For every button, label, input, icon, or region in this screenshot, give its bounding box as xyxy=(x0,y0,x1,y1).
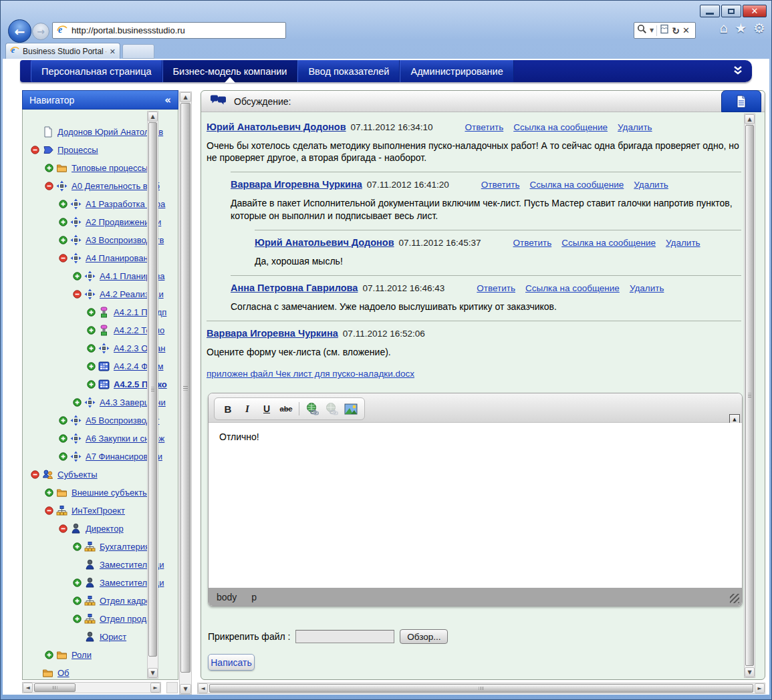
scroll-left-icon[interactable]: ◄ xyxy=(198,683,208,693)
message-author-link[interactable]: Варвара Игоревна Чуркина xyxy=(207,328,338,339)
refresh-icon[interactable]: ↻ xyxy=(672,25,680,36)
scroll-right-icon[interactable]: ► xyxy=(150,683,160,693)
url-text[interactable]: http://portal.businessstudio.ru xyxy=(72,25,185,35)
expand-plus-icon[interactable] xyxy=(73,398,82,407)
remove-link-button[interactable] xyxy=(323,400,340,417)
scroll-up-icon[interactable]: ▲ xyxy=(180,92,191,102)
tree-item-label[interactable]: Субъекты xyxy=(57,470,98,480)
delete-link[interactable]: Удалить xyxy=(618,122,652,132)
tree-item-label[interactable]: Бухгалтерия xyxy=(100,542,150,552)
expand-plus-icon[interactable] xyxy=(87,326,96,335)
insert-link-button[interactable] xyxy=(303,400,321,417)
back-button[interactable]: ← xyxy=(8,19,31,43)
message-author-link[interactable]: Юрий Анатольевич Додонов xyxy=(255,237,394,248)
message-author-link[interactable]: Анна Петровна Гаврилова xyxy=(231,283,358,293)
underline-button[interactable]: U xyxy=(258,400,275,417)
editor-textarea[interactable]: Отлично! xyxy=(209,423,742,588)
stop-icon[interactable]: ✕ xyxy=(682,25,690,35)
delete-link[interactable]: Удалить xyxy=(630,283,664,293)
tree-item-label[interactable]: А4.2.1 Предп xyxy=(114,307,166,317)
expand-plus-icon[interactable] xyxy=(59,452,68,461)
message-permalink-link[interactable]: Ссылка на сообщение xyxy=(529,180,624,190)
search-icon[interactable] xyxy=(637,24,647,37)
expand-plus-icon[interactable] xyxy=(73,596,82,605)
message-permalink-link[interactable]: Ссылка на сообщение xyxy=(525,283,620,293)
expand-plus-icon[interactable] xyxy=(87,344,96,353)
expand-plus-icon[interactable] xyxy=(87,362,96,371)
message-permalink-link[interactable]: Ссылка на сообщение xyxy=(513,122,608,132)
scrollbar-thumb[interactable] xyxy=(180,103,190,673)
expand-plus-icon[interactable] xyxy=(73,578,82,587)
menu-item[interactable]: Ввод показателей xyxy=(297,60,400,82)
expand-plus-icon[interactable] xyxy=(45,488,53,497)
reply-link[interactable]: Ответить xyxy=(477,283,515,293)
expand-plus-icon[interactable] xyxy=(87,380,96,389)
browser-tab[interactable]: e Business Studio Portal - по... ✕ xyxy=(5,43,120,59)
message-author-link[interactable]: Варвара Игоревна Чуркина xyxy=(231,179,362,190)
attachment-link[interactable]: приложен файл Чек лист для пуско-наладки… xyxy=(207,369,414,379)
scroll-up-icon[interactable]: ▲ xyxy=(745,114,755,124)
scroll-left-icon[interactable]: ◄ xyxy=(23,683,33,693)
strikethrough-button[interactable]: abe xyxy=(277,400,295,417)
expand-plus-icon[interactable] xyxy=(45,164,53,172)
expand-plus-icon[interactable] xyxy=(73,615,82,623)
scroll-up-icon[interactable]: ▲ xyxy=(148,112,158,122)
navigator-horizontal-scrollbar[interactable]: ◄ ► xyxy=(22,682,161,693)
menu-overflow-chevron-icon[interactable] xyxy=(733,65,743,78)
delete-link[interactable]: Удалить xyxy=(634,180,668,190)
status-path-body[interactable]: body xyxy=(217,592,237,602)
compatibility-view-icon[interactable] xyxy=(660,24,669,37)
collapse-minus-icon[interactable] xyxy=(73,290,82,299)
expand-plus-icon[interactable] xyxy=(73,272,82,281)
reply-link[interactable]: Ответить xyxy=(481,180,520,190)
file-path-input[interactable] xyxy=(295,630,394,643)
scroll-down-icon[interactable]: ▼ xyxy=(180,684,191,694)
new-tab-button[interactable] xyxy=(122,44,154,59)
favorites-star-icon[interactable]: ★ xyxy=(735,20,747,36)
status-path-p[interactable]: p xyxy=(251,592,257,602)
scroll-down-icon[interactable]: ▼ xyxy=(148,668,158,678)
expand-plus-icon[interactable] xyxy=(59,200,68,208)
navigator-tree-scrollbar[interactable]: ▲ ▼ xyxy=(147,111,158,679)
tree-item-label[interactable]: Юрист xyxy=(100,632,126,642)
close-button[interactable]: ✕ xyxy=(743,5,767,17)
expand-plus-icon[interactable] xyxy=(59,416,68,425)
tree-item-label[interactable]: Роли xyxy=(72,650,92,660)
expand-plus-icon[interactable] xyxy=(87,308,96,317)
browse-button[interactable]: Обзор... xyxy=(400,629,448,644)
forward-button[interactable]: → xyxy=(32,23,49,40)
page-vertical-scrollbar[interactable]: ▲ ▼ xyxy=(179,92,192,695)
scroll-right-icon[interactable]: ► xyxy=(755,683,765,693)
collapse-minus-icon[interactable] xyxy=(31,470,39,479)
collapse-minus-icon[interactable] xyxy=(59,524,68,533)
scroll-down-icon[interactable]: ▼ xyxy=(745,667,755,677)
page-horizontal-scrollbar[interactable]: ◄ ► xyxy=(197,683,765,694)
collapse-minus-icon[interactable] xyxy=(59,254,68,262)
scrollbar-thumb[interactable] xyxy=(209,684,753,693)
tree-item-label[interactable]: Об xyxy=(57,668,70,678)
collapse-panel-icon[interactable]: « xyxy=(164,94,171,106)
menu-item[interactable]: Администрирование xyxy=(400,60,513,82)
expand-plus-icon[interactable] xyxy=(73,542,82,551)
submit-post-button[interactable]: Написать xyxy=(208,654,255,671)
tree-item-label[interactable]: А4.2.5 Пуско xyxy=(114,379,167,389)
expand-plus-icon[interactable] xyxy=(45,651,53,659)
tab-close-icon[interactable]: ✕ xyxy=(110,47,116,56)
collapse-minus-icon[interactable] xyxy=(45,182,53,190)
reply-link[interactable]: Ответить xyxy=(513,238,551,248)
scrollbar-thumb[interactable] xyxy=(745,125,754,666)
address-bar[interactable]: e http://portal.businessstudio.ru xyxy=(52,22,286,39)
collapse-minus-icon[interactable] xyxy=(31,146,39,154)
tree-item-label[interactable]: Директор xyxy=(86,524,124,534)
bold-button[interactable]: B xyxy=(219,400,237,417)
message-author-link[interactable]: Юрий Анатольевич Додонов xyxy=(207,122,346,132)
expand-plus-icon[interactable] xyxy=(59,218,68,226)
reply-link[interactable]: Ответить xyxy=(465,122,503,132)
message-permalink-link[interactable]: Ссылка на сообщение xyxy=(561,238,656,248)
menu-item[interactable]: Бизнес-модель компании xyxy=(162,60,298,82)
settings-gear-icon[interactable]: ⚙ xyxy=(753,20,765,36)
expand-plus-icon[interactable] xyxy=(59,236,68,244)
home-icon[interactable]: ⌂ xyxy=(719,20,728,36)
delete-link[interactable]: Удалить xyxy=(666,238,700,248)
minimize-button[interactable] xyxy=(700,5,720,17)
